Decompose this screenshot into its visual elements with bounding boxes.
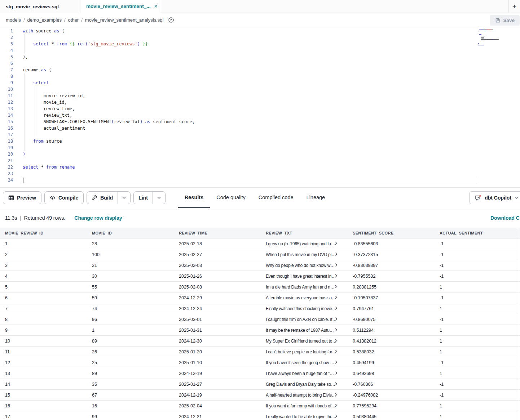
expand-cell-button[interactable] <box>334 252 338 257</box>
cell-movie-review-id: 7 <box>0 303 87 314</box>
table-row: 7742024-12-24Finally watched this shocki… <box>0 303 520 314</box>
cell-sentiment-score: 0.7947761 <box>348 303 435 314</box>
cell-sentiment-score: -0.19507837 <box>348 292 435 303</box>
expand-cell-button[interactable] <box>334 371 338 376</box>
cell-sentiment-score: -0.760366 <box>348 379 435 389</box>
table-row: 4302025-01-26Even though I have great in… <box>0 271 520 282</box>
cell-movie-review-id: 8 <box>0 314 87 325</box>
breadcrumb-separator: / <box>81 17 83 23</box>
expand-cell-button[interactable] <box>334 360 338 365</box>
model-health-icon[interactable] <box>168 17 174 23</box>
expand-cell-icon <box>334 393 338 397</box>
cell-actual-sentiment: 1 <box>435 401 520 411</box>
cell-actual-sentiment: 1 <box>435 325 520 335</box>
chevron-down-icon <box>122 196 126 200</box>
cell-actual-sentiment: -1 <box>435 238 520 249</box>
expand-cell-button[interactable] <box>334 349 338 354</box>
line-number: 14 <box>0 112 13 119</box>
build-dropdown-button[interactable] <box>118 192 130 204</box>
lint-button[interactable]: Lint <box>134 192 153 204</box>
results-table-header: MOVIE_REVIEW_ID MOVIE_ID REVIEW_TIME REV… <box>0 228 520 238</box>
cell-review-txt: I have always been a huge fan of "Hom… <box>261 368 348 379</box>
expand-cell-button[interactable] <box>334 285 338 290</box>
table-row: 16162025-02-04If you want a fun romp wit… <box>0 401 520 411</box>
breadcrumb-segment[interactable]: models <box>6 17 21 23</box>
table-row: 17992024-12-21I really wanted to be able… <box>0 411 520 420</box>
line-number: 23 <box>0 170 13 177</box>
expand-cell-button[interactable] <box>334 339 338 344</box>
cell-movie-id: 59 <box>87 292 174 303</box>
cell-movie-review-id: 12 <box>0 357 87 368</box>
expand-cell-button[interactable] <box>334 263 338 268</box>
expand-cell-button[interactable] <box>334 403 338 408</box>
tab-label: stg_movie_reviews.sql <box>6 4 59 9</box>
table-row: 8962025-03-01I caught this film on AZN o… <box>0 314 520 325</box>
download-csv-link[interactable]: Download CSV <box>490 215 520 221</box>
cell-review-time: 2025-02-27 <box>174 249 261 260</box>
compile-button[interactable]: Compile <box>44 191 84 204</box>
cell-sentiment-score: 0.4594199 <box>348 357 435 368</box>
line-number: 16 <box>0 125 13 131</box>
breadcrumb-separator: / <box>64 17 66 23</box>
expand-cell-icon <box>334 328 338 332</box>
cell-movie-review-id: 3 <box>0 260 87 271</box>
expand-cell-button[interactable] <box>334 414 338 419</box>
tab-results[interactable]: Results <box>178 188 210 208</box>
tab-movie-review-sentiment[interactable]: movie_review_sentiment_... × <box>80 0 161 13</box>
breadcrumb-segment[interactable]: demo_examples <box>27 17 62 23</box>
column-header: REVIEW_TIME <box>174 228 261 238</box>
table-row: 15672024-12-19A half-hearted attempt to … <box>0 390 520 401</box>
query-status-bar: 11.3s | Returned 49 rows. Change row dis… <box>0 208 520 228</box>
expand-cell-button[interactable] <box>334 274 338 279</box>
table-row: 21002025-02-27When I put this movie in m… <box>0 249 520 260</box>
indent-guide <box>35 86 35 138</box>
results-table-body: 1282025-02-18I grew up (b. 1965) watchin… <box>0 238 520 420</box>
review-text: When I put this movie in my DVD playe… <box>266 252 337 257</box>
expand-cell-button[interactable] <box>334 393 338 398</box>
chevron-down-icon <box>157 196 161 200</box>
build-split-button: Build <box>87 191 131 204</box>
close-icon[interactable]: × <box>154 3 158 10</box>
expand-cell-button[interactable] <box>334 295 338 300</box>
column-header: ACTUAL_SENTIMENT <box>435 228 520 238</box>
cell-review-txt: Why do people who do not know what… <box>261 260 348 271</box>
cell-review-time: 2025-03-01 <box>174 314 261 325</box>
expand-cell-button[interactable] <box>334 241 338 246</box>
expand-cell-icon <box>334 414 338 418</box>
line-number: 2 <box>0 34 13 41</box>
cell-movie-id: 26 <box>87 347 174 357</box>
line-number: 22 <box>0 164 13 170</box>
tab-lineage[interactable]: Lineage <box>300 188 332 208</box>
tab-stg-movie-reviews[interactable]: stg_movie_reviews.sql <box>0 0 80 13</box>
save-button[interactable]: Save <box>490 15 520 26</box>
expand-cell-button[interactable] <box>334 328 338 333</box>
expand-cell-button[interactable] <box>334 317 338 322</box>
lint-dropdown-button[interactable] <box>153 192 165 204</box>
table-row: 11262025-01-20I can't believe people are… <box>0 347 520 357</box>
cell-movie-id: 30 <box>87 271 174 281</box>
cell-movie-id: 1 <box>87 325 174 335</box>
expand-cell-button[interactable] <box>334 306 338 311</box>
review-text: I grew up (b. 1965) watching and lovin… <box>266 241 337 246</box>
text-cursor <box>23 178 23 183</box>
tab-code-quality[interactable]: Code quality <box>210 188 252 208</box>
new-tab-button[interactable]: + <box>508 0 520 13</box>
line-number: 6 <box>0 60 13 67</box>
dbt-copilot-button[interactable]: dbt Copilot <box>469 191 520 204</box>
cell-actual-sentiment: -1 <box>435 357 520 368</box>
cell-review-time: 2024-12-19 <box>174 368 261 379</box>
review-text: Even though I have great interest in Bi… <box>266 274 337 279</box>
change-row-display-link[interactable]: Change row display <box>74 215 122 221</box>
minimap[interactable] <box>478 28 519 48</box>
cell-review-txt: When I put this movie in my DVD playe… <box>261 249 348 260</box>
preview-button[interactable]: Preview <box>3 191 41 204</box>
tab-compiled-code[interactable]: Compiled code <box>252 188 300 208</box>
expand-cell-icon <box>334 252 338 256</box>
expand-cell-icon <box>334 349 338 353</box>
code-editor[interactable]: 1with source as (23 select * from {{ ref… <box>0 27 520 187</box>
expand-cell-button[interactable] <box>334 382 338 387</box>
cell-sentiment-score: 0.77595294 <box>348 401 435 411</box>
cell-movie-review-id: 10 <box>0 336 87 346</box>
breadcrumb-segment[interactable]: other <box>68 17 79 23</box>
build-button[interactable]: Build <box>87 192 118 204</box>
